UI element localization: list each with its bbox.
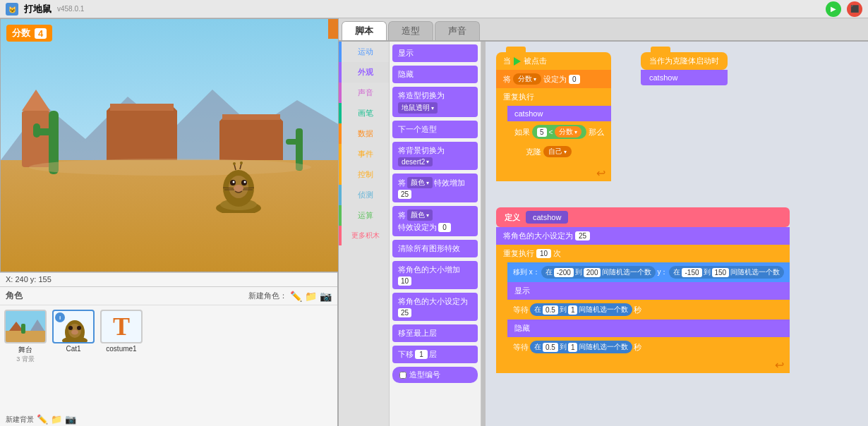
block-go-back[interactable]: 下移 1 层 (392, 346, 478, 363)
block-costume-num[interactable]: 造型编号 (392, 367, 478, 383)
category-col: 运动 外观 声音 画笔 数据 事件 控制 侦测 运算 更多积木 (339, 42, 390, 426)
sprites-header: 角色 新建角色： ✏️ 📁 📷 (0, 287, 337, 305)
brush-icon[interactable]: ✏️ (290, 291, 302, 302)
cat-control[interactable]: 控制 (339, 164, 389, 185)
block-change-effect[interactable]: 将 颜色 特效增加 25 (392, 174, 478, 202)
costume-num-checkbox[interactable] (399, 372, 406, 379)
svg-point-23 (233, 181, 235, 183)
camera-icon[interactable]: 📷 (320, 291, 332, 302)
block-show[interactable]: 显示 (392, 44, 478, 62)
sprites-panel: 角色 新建角色： ✏️ 📁 📷 (0, 286, 337, 426)
new-sprite-controls: 新建角色： ✏️ 📁 📷 (248, 291, 332, 302)
stop-button[interactable]: ⬛ (847, 1, 862, 17)
move-xy-block: 移到 x： 在 -200 到 200 间随机选一个数 y： (507, 262, 790, 282)
wait-rand-block: 等待 在 0.5 到 1 间随机选一个数 秒 (507, 300, 790, 320)
score-label: 分数 (12, 27, 30, 39)
svg-rect-35 (6, 331, 47, 343)
costume1-img: T (100, 310, 143, 343)
cat1-img: i (52, 310, 95, 343)
right-section: 脚本 造型 声音 运动 外观 声音 画笔 数据 事件 控制 (339, 18, 868, 426)
catshow-call-block: catshow (507, 106, 611, 121)
svg-text:🐱: 🐱 (8, 6, 16, 13)
upload-icon[interactable]: 📁 (305, 291, 317, 302)
clone-block: 克隆 自己▾ (519, 142, 611, 161)
tab-scripts[interactable]: 脚本 (342, 21, 387, 40)
coords-text: X: 240 y: 155 (6, 275, 52, 284)
svg-rect-5 (22, 111, 50, 167)
block-change-size[interactable]: 将角色的大小增加 10 (392, 261, 478, 289)
svg-marker-9 (219, 114, 283, 160)
hide-block-inner: 隐藏 (507, 320, 790, 337)
tab-bar: 脚本 造型 声音 (339, 18, 868, 42)
svg-point-42 (68, 326, 73, 330)
block-set-size[interactable]: 将角色的大小设定为 25 (392, 293, 478, 321)
backdrop-brush-icon[interactable]: ✏️ (37, 414, 48, 425)
svg-rect-8 (110, 104, 174, 111)
stage: 分数 4 (0, 18, 339, 272)
svg-point-44 (71, 330, 78, 335)
sprites-title: 角色 (6, 291, 23, 300)
tab-costumes[interactable]: 造型 (388, 21, 433, 40)
tab-sounds[interactable]: 声音 (435, 21, 480, 40)
left-section: 分数 4 (0, 18, 339, 426)
block-clear-effects[interactable]: 清除所有图形特效 (392, 240, 478, 257)
svg-point-33 (240, 162, 243, 164)
score-badge: 分数 4 (6, 25, 52, 42)
svg-rect-10 (222, 114, 280, 120)
block-next-costume[interactable]: 下一个造型 (392, 121, 478, 138)
svg-rect-3 (1, 160, 339, 272)
titlebar: 🐱 打地鼠 v458.0.1 ▶ ⬛ (0, 0, 868, 18)
set-score-block: 将 分数▾ 设定为 0 (496, 70, 611, 88)
cat-sense[interactable]: 侦测 (339, 185, 389, 205)
script-flag-hat: 当 被点击 将 分数▾ 设定为 0 (496, 52, 611, 181)
stage-img (4, 310, 47, 343)
block-go-front[interactable]: 移至最上层 (392, 324, 478, 342)
svg-rect-38 (21, 324, 25, 334)
backdrop-camera-icon[interactable]: 📷 (65, 414, 76, 425)
svg-line-32 (240, 164, 241, 169)
forever-block: 重复执行 catshow 如果 5 < (496, 88, 611, 181)
cat-motion[interactable]: 运动 (339, 42, 389, 62)
script-define-catshow: 定义 catshow 将角色的大小设定为 25 重复执行 10 (496, 207, 790, 373)
flag-icon (514, 57, 521, 66)
repeat-10-block: 重复执行 10 次 移到 x： 在 -200 到 (496, 245, 790, 373)
clone-catshow-block: catshow (641, 70, 728, 85)
app: 🐱 打地鼠 v458.0.1 ▶ ⬛ 分数 4 (0, 0, 868, 426)
svg-marker-7 (107, 104, 177, 160)
new-backdrop-label: 新建背景 (6, 415, 34, 425)
svg-line-30 (234, 164, 236, 170)
svg-point-43 (77, 326, 81, 330)
block-switch-bg[interactable]: 将背景切换为 desert2 (392, 142, 478, 170)
cat-event[interactable]: 事件 (339, 144, 389, 164)
wait-rand-block2: 等待 在 0.5 到 1 间随机选一个数 秒 (507, 337, 790, 357)
backdrop-upload-icon[interactable]: 📁 (51, 414, 62, 425)
new-backdrop-section: 新建背景 ✏️ 📁 📷 (0, 413, 337, 426)
app-icon: 🐱 (6, 3, 18, 16)
block-set-effect[interactable]: 将 颜色 特效设定为 0 (392, 206, 478, 236)
block-switch-costume[interactable]: 将造型切换为 地鼠透明 (392, 87, 478, 117)
svg-point-25 (234, 185, 243, 192)
palette-and-scripts: 运动 外观 声音 画笔 数据 事件 控制 侦测 运算 更多积木 显示 隐藏 (339, 42, 868, 426)
scripts-canvas[interactable]: 当 被点击 将 分数▾ 设定为 0 (486, 42, 868, 426)
costume1-sprite-name: costume1 (106, 345, 136, 353)
cat-sound[interactable]: 声音 (339, 83, 389, 103)
svg-point-24 (244, 181, 246, 183)
cat-more[interactable]: 更多积木 (339, 226, 389, 245)
cat-pen[interactable]: 画笔 (339, 103, 389, 123)
cat-op[interactable]: 运算 (339, 205, 389, 226)
svg-point-16 (29, 159, 311, 176)
orange-corner (328, 19, 338, 39)
stage-sprite-sub: 3 背景 (16, 355, 35, 364)
cat-looks[interactable]: 外观 (339, 62, 389, 83)
cat-data[interactable]: 数据 (339, 123, 389, 144)
repeat-arrow: ↩ (775, 359, 784, 371)
run-icon: ▶ (831, 5, 836, 13)
cat1-sprite-thumb[interactable]: i Cat1 (52, 310, 95, 353)
svg-rect-15 (286, 139, 303, 145)
costume1-sprite-thumb[interactable]: T costume1 (100, 310, 143, 353)
stop-icon: ⬛ (850, 5, 859, 13)
stage-background (1, 19, 339, 272)
run-button[interactable]: ▶ (826, 1, 841, 17)
block-hide[interactable]: 隐藏 (392, 66, 478, 83)
stage-sprite-thumb[interactable]: 舞台 3 背景 (4, 310, 47, 364)
